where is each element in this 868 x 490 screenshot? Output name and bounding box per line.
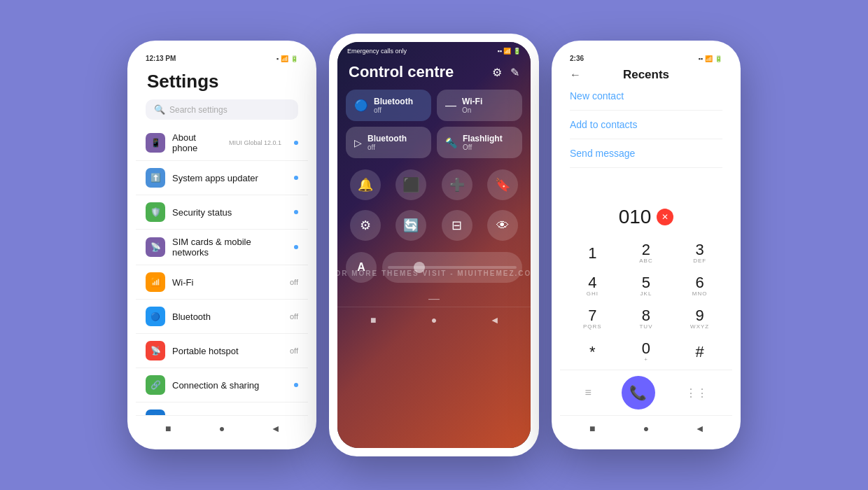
dialer-number-display: 010 ✕ — [560, 199, 732, 235]
settings-screen: 12:13 PM ▪📶🔋 Settings 🔍 Search settings … — [136, 49, 308, 441]
dialer-grid-icon[interactable]: ⋮⋮ — [685, 386, 708, 400]
bluetooth-icon: 🔵 — [146, 307, 165, 326]
dialer-bottom-bar: ≡ 📞 ⋮⋮ — [560, 370, 732, 415]
bluetooth2-sub: off — [368, 144, 407, 151]
phone3-status-icons: ▪▪📶🔋 — [699, 55, 722, 62]
nav3-circle[interactable]: ● — [639, 421, 653, 435]
cc-icon-gear2[interactable]: ⚙ — [350, 210, 381, 241]
setting-lockscreen[interactable]: 🔒 Lock screen — [136, 402, 308, 415]
key-1[interactable]: 1 — [567, 238, 618, 268]
cc-tile-bluetooth[interactable]: 🔵 Bluetooth off — [346, 90, 431, 121]
flashlight-sub: Off — [463, 144, 503, 151]
setting-connection[interactable]: 🔗 Connection & sharing — [136, 368, 308, 402]
wifi-value: off — [290, 278, 298, 286]
sim-label: SIM cards & mobile networks — [172, 237, 284, 258]
edit-icon[interactable]: ✎ — [510, 66, 519, 79]
cc-icons-row1: 🔔 ⬛ ➕ 🔖 — [337, 164, 531, 206]
cc-tile-bluetooth2[interactable]: ▷ Bluetooth off — [346, 127, 431, 158]
cc-icon-eye[interactable]: 👁 — [487, 210, 518, 241]
sim-dot — [294, 245, 298, 249]
recents-empty-space — [560, 168, 732, 199]
cc-icon-minus[interactable]: ⊟ — [442, 210, 472, 241]
recents-header: ← Recents — [560, 65, 732, 82]
settings-title: Settings — [136, 65, 308, 97]
cc-icon-square[interactable]: ⬛ — [396, 169, 426, 200]
key-hash[interactable]: # — [674, 337, 725, 367]
new-contact-btn[interactable]: New contact — [570, 82, 722, 111]
cc-tile-flashlight[interactable]: 🔦 Flashlight Off — [437, 127, 522, 158]
key-7[interactable]: 7 PQRS — [567, 304, 618, 334]
cc-title: Control centre — [349, 63, 454, 81]
sim-icon: 📡 — [146, 237, 165, 257]
call-button[interactable]: 📞 — [622, 376, 655, 410]
status-bar: 12:13 PM ▪📶🔋 — [136, 49, 308, 65]
flashlight-icon: 🔦 — [445, 137, 457, 148]
nav3-back[interactable]: ◄ — [693, 421, 707, 435]
settings-gear-icon[interactable]: ⚙ — [492, 66, 502, 79]
phone3-status-bar: 2:36 ▪▪📶🔋 — [560, 49, 732, 65]
recents-title: Recents — [588, 68, 704, 82]
cc-home-indicator: — — [337, 288, 531, 307]
security-dot — [294, 210, 298, 214]
dialer-menu-icon[interactable]: ≡ — [584, 386, 591, 399]
key-6[interactable]: 6 MNO — [674, 271, 725, 301]
setting-hotspot[interactable]: 📡 Portable hotspot off — [136, 334, 308, 368]
dialed-number: 010 — [619, 206, 652, 228]
setting-wifi[interactable]: 📶 Wi-Fi off — [136, 265, 308, 300]
bluetooth-tile-label: Bluetooth — [374, 97, 413, 106]
cc-icon-sync[interactable]: 🔄 — [396, 210, 426, 241]
key-2[interactable]: 2 ABC — [621, 238, 672, 268]
wifi-label: Wi-Fi — [172, 277, 283, 288]
key-4[interactable]: 4 GHI — [567, 271, 618, 301]
send-message-btn[interactable]: Send message — [570, 139, 722, 168]
key-star[interactable]: * — [567, 337, 618, 367]
back-arrow[interactable]: ← — [570, 69, 581, 81]
cc-font-btn[interactable]: A — [346, 252, 377, 283]
cc-tile-wifi[interactable]: — Wi-Fi On — [437, 90, 522, 121]
search-bar[interactable]: 🔍 Search settings — [146, 99, 298, 120]
nav-circle[interactable]: ● — [215, 421, 229, 435]
nav-square[interactable]: ■ — [161, 421, 175, 435]
key-8[interactable]: 8 TUV — [621, 304, 672, 334]
key-9[interactable]: 9 WXYZ — [674, 304, 725, 334]
dialer-screen-container: 2:36 ▪▪📶🔋 ← Recents New contact Add to c… — [560, 49, 732, 441]
cc-emergency: Emergency calls only — [347, 48, 407, 55]
system-apps-dot — [294, 176, 298, 180]
cc-status-icons: ▪▪ 📶 🔋 — [498, 48, 521, 55]
delete-button[interactable]: ✕ — [657, 209, 673, 225]
phones-container: 12:13 PM ▪📶🔋 Settings 🔍 Search settings … — [127, 34, 741, 456]
add-to-contacts-btn[interactable]: Add to contacts — [570, 111, 722, 139]
system-apps-icon: ⬆️ — [146, 168, 165, 188]
security-icon: 🛡️ — [146, 202, 165, 222]
cc-icon-bookmark[interactable]: 🔖 — [487, 169, 518, 200]
phone3-time: 2:36 — [570, 55, 584, 62]
key-3[interactable]: 3 DEF — [674, 238, 725, 268]
setting-sim[interactable]: 📡 SIM cards & mobile networks — [136, 230, 308, 265]
nav2-back[interactable]: ◄ — [488, 313, 502, 327]
setting-bluetooth[interactable]: 🔵 Bluetooth off — [136, 300, 308, 334]
nav-back[interactable]: ◄ — [269, 421, 283, 435]
key-5[interactable]: 5 JKL — [621, 271, 672, 301]
setting-about-phone[interactable]: 📱 About phone MIUI Global 12.0.1 — [136, 125, 308, 161]
nav2-circle[interactable]: ● — [427, 313, 441, 327]
nav3-square[interactable]: ■ — [585, 421, 599, 435]
cc-status-bar: Emergency calls only ▪▪ 📶 🔋 — [337, 42, 531, 57]
setting-security[interactable]: 🛡️ Security status — [136, 195, 308, 230]
key-0[interactable]: 0 + — [621, 337, 672, 367]
cc-tiles: 🔵 Bluetooth off — Wi-Fi — [337, 90, 531, 158]
connection-icon: 🔗 — [146, 375, 165, 395]
setting-system-apps[interactable]: ⬆️ System apps updater — [136, 161, 308, 195]
cc-icon-bell[interactable]: 🔔 — [350, 169, 381, 200]
hotspot-label: Portable hotspot — [172, 346, 283, 356]
hotspot-icon: 📡 — [146, 341, 165, 360]
time: 12:13 PM — [146, 55, 176, 62]
nav2-square[interactable]: ■ — [366, 313, 380, 327]
phone-control-centre: Emergency calls only ▪▪ 📶 🔋 Control cent… — [329, 34, 539, 456]
phone1-nav: ■ ● ◄ — [136, 415, 308, 441]
cc-icon-plus[interactable]: ➕ — [442, 169, 472, 200]
lockscreen-label: Lock screen — [172, 414, 298, 416]
hotspot-value: off — [290, 346, 298, 355]
cc-brightness-slider[interactable] — [382, 252, 522, 283]
bluetooth-tile-sub: off — [374, 106, 413, 114]
phone-settings: 12:13 PM ▪📶🔋 Settings 🔍 Search settings … — [127, 41, 316, 449]
